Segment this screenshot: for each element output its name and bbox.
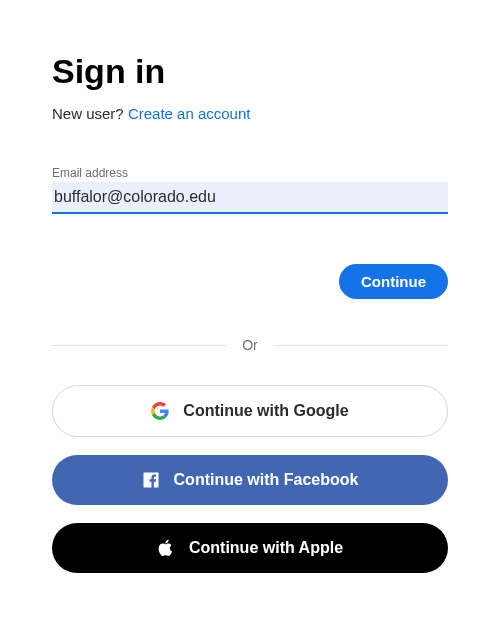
- divider-line-right: [274, 345, 448, 346]
- google-icon: [151, 402, 169, 420]
- divider-line-left: [52, 345, 226, 346]
- continue-row: Continue: [52, 264, 448, 299]
- new-user-line: New user? Create an account: [52, 105, 448, 122]
- facebook-button-label: Continue with Facebook: [174, 471, 359, 489]
- create-account-link[interactable]: Create an account: [128, 105, 251, 122]
- continue-with-apple-button[interactable]: Continue with Apple: [52, 523, 448, 573]
- new-user-prefix: New user?: [52, 105, 128, 122]
- facebook-icon: [142, 471, 160, 489]
- continue-button[interactable]: Continue: [339, 264, 448, 299]
- google-button-label: Continue with Google: [183, 402, 348, 420]
- apple-icon: [157, 539, 175, 557]
- email-label: Email address: [52, 166, 448, 180]
- divider-text: Or: [226, 337, 274, 353]
- continue-with-facebook-button[interactable]: Continue with Facebook: [52, 455, 448, 505]
- apple-button-label: Continue with Apple: [189, 539, 343, 557]
- continue-with-google-button[interactable]: Continue with Google: [52, 385, 448, 437]
- divider: Or: [52, 337, 448, 353]
- page-title: Sign in: [52, 52, 448, 91]
- email-input[interactable]: [52, 182, 448, 214]
- email-field-group: Email address: [52, 166, 448, 214]
